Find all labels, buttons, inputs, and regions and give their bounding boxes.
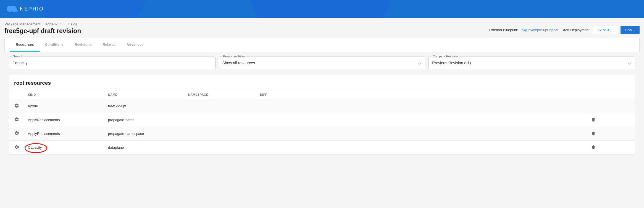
resources-filter-label: Resources Filter [222, 55, 246, 58]
gear-icon[interactable] [14, 131, 19, 136]
search-label: Search [12, 55, 24, 58]
gear-icon[interactable] [14, 103, 19, 108]
status-badge: Draft Deployment [561, 28, 589, 32]
header-actions: External Blueprint: pkg-example-upf-bp v… [489, 26, 640, 35]
page-header: Package Management / edge02 / ... / Edit… [0, 18, 644, 35]
column-namespace: NAMESPACE [185, 90, 257, 99]
tab-resources[interactable]: Resources [10, 38, 40, 52]
trash-icon[interactable] [591, 145, 596, 150]
compare-revision-value: Previous Revision (v1) [432, 61, 471, 65]
search-field[interactable]: Search [9, 57, 215, 69]
search-input[interactable] [9, 57, 215, 69]
compare-revision-field[interactable]: Compare Revision Previous Revision (v1) [429, 57, 635, 69]
logo-icon [7, 6, 17, 12]
tab-advanced[interactable]: Advanced [121, 38, 149, 52]
column-diff: DIFF [257, 90, 552, 99]
tab-related[interactable]: Related [97, 38, 121, 52]
compare-revision-label: Compare Revision [432, 55, 459, 58]
row-kind: Capacity [28, 145, 42, 150]
app-header: NEPHIO [0, 0, 644, 18]
row-name: propagate-name [108, 118, 134, 122]
filters-bar: Search Resources Filter Show all resourc… [4, 52, 640, 69]
tab-conditions[interactable]: Conditions [40, 38, 69, 52]
breadcrumb: Package Management / edge02 / ... / Edit [4, 22, 81, 26]
resources-table: KIND NAME NAMESPACE DIFF Kptfile free5gc… [9, 90, 635, 154]
external-blueprint-label: External Blueprint: [489, 28, 518, 32]
table-row[interactable]: Capacity dataplane [9, 141, 635, 154]
row-name: dataplane [108, 145, 124, 150]
breadcrumb-link-edge02[interactable]: edge02 [46, 22, 57, 26]
brand-logo[interactable]: NEPHIO [7, 6, 44, 12]
breadcrumb-link-more[interactable]: ... [63, 22, 66, 26]
brand-name: NEPHIO [20, 6, 44, 12]
page-title: free5gc-upf draft revision [4, 27, 81, 35]
cancel-button[interactable]: CANCEL [593, 26, 617, 34]
trash-icon[interactable] [591, 131, 596, 136]
row-name: free5gc-upf [108, 104, 126, 108]
row-kind: Kptfile [28, 104, 38, 108]
table-row[interactable]: ApplyReplacements propagate-namespace [9, 127, 635, 141]
row-kind: ApplyReplacements [28, 132, 60, 136]
chevron-down-icon [418, 62, 421, 64]
resources-filter-select[interactable]: Show all resources [219, 57, 425, 69]
column-name: NAME [105, 90, 185, 99]
row-kind: ApplyReplacements [28, 118, 60, 122]
trash-icon[interactable] [591, 117, 596, 122]
breadcrumb-link-package-management[interactable]: Package Management [4, 22, 40, 26]
tab-revisions[interactable]: Revisions [69, 38, 97, 52]
gear-icon[interactable] [14, 145, 19, 150]
external-blueprint-link[interactable]: pkg-example-upf-bp v5 [521, 28, 558, 32]
table-row[interactable]: ApplyReplacements propagate-name [9, 113, 635, 127]
resources-card: root resources KIND NAME NAMESPACE DIFF … [9, 75, 635, 154]
gear-icon[interactable] [14, 117, 19, 122]
row-name: propagate-namespace [108, 132, 144, 136]
chevron-down-icon [628, 62, 631, 64]
breadcrumb-current: Edit [71, 22, 77, 26]
compare-revision-select[interactable]: Previous Revision (v1) [429, 57, 635, 69]
resources-filter-field[interactable]: Resources Filter Show all resources [219, 57, 425, 69]
section-title: root resources [9, 80, 635, 90]
save-button[interactable]: SAVE [621, 26, 640, 34]
tabs-bar: Resources Conditions Revisions Related A… [4, 38, 640, 52]
resources-filter-value: Show all resources [222, 61, 255, 65]
table-row[interactable]: Kptfile free5gc-upf [9, 99, 635, 113]
column-kind: KIND [25, 90, 105, 99]
